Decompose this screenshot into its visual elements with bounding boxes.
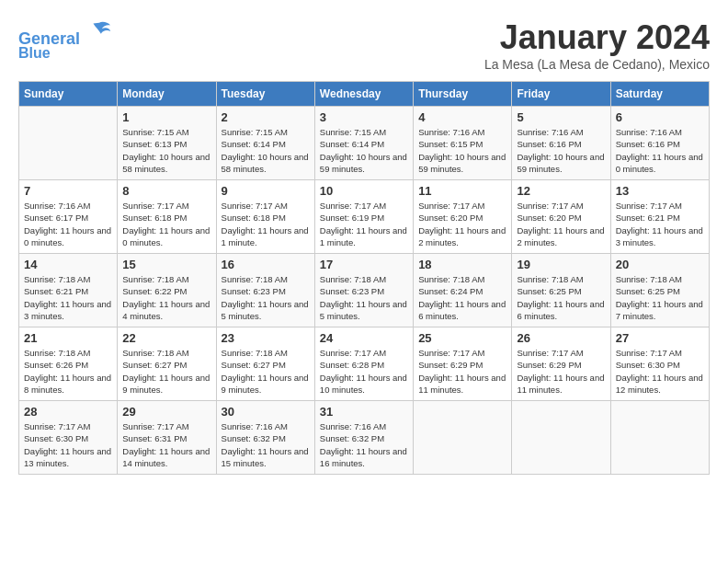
day-info: Sunrise: 7:17 AMSunset: 6:28 PMDaylight:… bbox=[320, 347, 408, 396]
day-info: Sunrise: 7:15 AMSunset: 6:14 PMDaylight:… bbox=[222, 126, 310, 175]
day-info: Sunrise: 7:17 AMSunset: 6:30 PMDaylight:… bbox=[616, 347, 704, 396]
calendar-cell: 1Sunrise: 7:15 AMSunset: 6:13 PMDaylight… bbox=[118, 107, 216, 180]
calendar-cell: 26Sunrise: 7:17 AMSunset: 6:29 PMDayligh… bbox=[512, 327, 610, 401]
day-of-week-header: Thursday bbox=[414, 82, 512, 107]
calendar-cell: 7Sunrise: 7:16 AMSunset: 6:17 PMDaylight… bbox=[19, 180, 118, 254]
day-number: 3 bbox=[320, 110, 408, 124]
calendar-cell: 29Sunrise: 7:17 AMSunset: 6:31 PMDayligh… bbox=[118, 401, 216, 475]
calendar-cell: 23Sunrise: 7:18 AMSunset: 6:27 PMDayligh… bbox=[216, 327, 314, 401]
day-number: 22 bbox=[122, 331, 210, 345]
day-info: Sunrise: 7:18 AMSunset: 6:26 PMDaylight:… bbox=[24, 347, 112, 396]
calendar-header-row: SundayMondayTuesdayWednesdayThursdayFrid… bbox=[19, 82, 710, 107]
calendar-cell bbox=[512, 401, 610, 475]
calendar-cell: 21Sunrise: 7:18 AMSunset: 6:26 PMDayligh… bbox=[19, 327, 118, 401]
page-header: General Blue January 2024 La Mesa (La Me… bbox=[18, 18, 710, 72]
day-number: 30 bbox=[222, 405, 310, 419]
day-of-week-header: Sunday bbox=[19, 82, 118, 107]
day-number: 28 bbox=[24, 405, 112, 419]
calendar-cell: 24Sunrise: 7:17 AMSunset: 6:28 PMDayligh… bbox=[314, 327, 413, 401]
day-number: 10 bbox=[320, 184, 408, 198]
calendar-cell: 10Sunrise: 7:17 AMSunset: 6:19 PMDayligh… bbox=[314, 180, 413, 254]
calendar-cell: 17Sunrise: 7:18 AMSunset: 6:23 PMDayligh… bbox=[314, 254, 413, 327]
day-number: 5 bbox=[517, 110, 605, 124]
day-info: Sunrise: 7:17 AMSunset: 6:18 PMDaylight:… bbox=[222, 200, 310, 248]
day-info: Sunrise: 7:16 AMSunset: 6:16 PMDaylight:… bbox=[517, 126, 605, 175]
calendar-cell: 16Sunrise: 7:18 AMSunset: 6:23 PMDayligh… bbox=[216, 254, 314, 327]
day-of-week-header: Monday bbox=[118, 82, 216, 107]
day-of-week-header: Friday bbox=[512, 82, 610, 107]
day-number: 15 bbox=[122, 258, 210, 271]
day-info: Sunrise: 7:17 AMSunset: 6:21 PMDaylight:… bbox=[616, 200, 704, 248]
day-info: Sunrise: 7:17 AMSunset: 6:19 PMDaylight:… bbox=[320, 200, 408, 248]
location-subtitle: La Mesa (La Mesa de Cedano), Mexico bbox=[484, 57, 710, 72]
calendar-cell: 3Sunrise: 7:15 AMSunset: 6:14 PMDaylight… bbox=[314, 107, 413, 180]
calendar-cell: 19Sunrise: 7:18 AMSunset: 6:25 PMDayligh… bbox=[512, 254, 610, 327]
day-info: Sunrise: 7:17 AMSunset: 6:31 PMDaylight:… bbox=[122, 420, 210, 469]
day-number: 25 bbox=[418, 331, 506, 345]
day-info: Sunrise: 7:18 AMSunset: 6:23 PMDaylight:… bbox=[320, 273, 408, 322]
calendar-week-row: 21Sunrise: 7:18 AMSunset: 6:26 PMDayligh… bbox=[19, 327, 710, 401]
day-info: Sunrise: 7:18 AMSunset: 6:27 PMDaylight:… bbox=[222, 347, 310, 396]
day-info: Sunrise: 7:18 AMSunset: 6:22 PMDaylight:… bbox=[122, 273, 210, 322]
calendar-cell: 12Sunrise: 7:17 AMSunset: 6:20 PMDayligh… bbox=[512, 180, 610, 254]
day-number: 13 bbox=[616, 184, 704, 198]
calendar-cell: 27Sunrise: 7:17 AMSunset: 6:30 PMDayligh… bbox=[610, 327, 709, 401]
calendar-cell bbox=[19, 107, 118, 180]
day-number: 1 bbox=[122, 110, 210, 124]
day-info: Sunrise: 7:16 AMSunset: 6:16 PMDaylight:… bbox=[616, 126, 704, 175]
day-info: Sunrise: 7:16 AMSunset: 6:32 PMDaylight:… bbox=[320, 420, 408, 469]
day-of-week-header: Saturday bbox=[610, 82, 709, 107]
calendar-cell: 11Sunrise: 7:17 AMSunset: 6:20 PMDayligh… bbox=[414, 180, 512, 254]
calendar-week-row: 14Sunrise: 7:18 AMSunset: 6:21 PMDayligh… bbox=[19, 254, 710, 327]
calendar-cell: 2Sunrise: 7:15 AMSunset: 6:14 PMDaylight… bbox=[216, 107, 314, 180]
day-number: 18 bbox=[418, 258, 506, 271]
day-info: Sunrise: 7:18 AMSunset: 6:23 PMDaylight:… bbox=[222, 273, 310, 322]
day-of-week-header: Tuesday bbox=[216, 82, 314, 107]
day-info: Sunrise: 7:16 AMSunset: 6:32 PMDaylight:… bbox=[222, 420, 310, 469]
day-number: 9 bbox=[222, 184, 310, 198]
day-number: 16 bbox=[222, 258, 310, 271]
calendar-cell: 15Sunrise: 7:18 AMSunset: 6:22 PMDayligh… bbox=[118, 254, 216, 327]
day-info: Sunrise: 7:15 AMSunset: 6:13 PMDaylight:… bbox=[122, 126, 210, 175]
day-number: 7 bbox=[24, 184, 112, 198]
calendar-cell: 28Sunrise: 7:17 AMSunset: 6:30 PMDayligh… bbox=[19, 401, 118, 475]
logo: General Blue bbox=[18, 18, 112, 62]
calendar-cell: 18Sunrise: 7:18 AMSunset: 6:24 PMDayligh… bbox=[414, 254, 512, 327]
calendar-cell: 14Sunrise: 7:18 AMSunset: 6:21 PMDayligh… bbox=[19, 254, 118, 327]
day-number: 14 bbox=[24, 258, 112, 271]
calendar-table: SundayMondayTuesdayWednesdayThursdayFrid… bbox=[18, 81, 710, 475]
day-info: Sunrise: 7:16 AMSunset: 6:17 PMDaylight:… bbox=[24, 200, 112, 248]
calendar-cell: 31Sunrise: 7:16 AMSunset: 6:32 PMDayligh… bbox=[314, 401, 413, 475]
day-info: Sunrise: 7:17 AMSunset: 6:20 PMDaylight:… bbox=[418, 200, 506, 248]
calendar-week-row: 7Sunrise: 7:16 AMSunset: 6:17 PMDaylight… bbox=[19, 180, 710, 254]
day-of-week-header: Wednesday bbox=[314, 82, 413, 107]
day-number: 6 bbox=[616, 110, 704, 124]
title-block: January 2024 La Mesa (La Mesa de Cedano)… bbox=[484, 18, 710, 72]
calendar-cell: 25Sunrise: 7:17 AMSunset: 6:29 PMDayligh… bbox=[414, 327, 512, 401]
day-info: Sunrise: 7:16 AMSunset: 6:15 PMDaylight:… bbox=[418, 126, 506, 175]
day-number: 23 bbox=[222, 331, 310, 345]
day-number: 8 bbox=[122, 184, 210, 198]
calendar-cell: 30Sunrise: 7:16 AMSunset: 6:32 PMDayligh… bbox=[216, 401, 314, 475]
calendar-cell: 4Sunrise: 7:16 AMSunset: 6:15 PMDaylight… bbox=[414, 107, 512, 180]
day-number: 27 bbox=[616, 331, 704, 345]
calendar-cell: 5Sunrise: 7:16 AMSunset: 6:16 PMDaylight… bbox=[512, 107, 610, 180]
day-number: 2 bbox=[222, 110, 310, 124]
calendar-cell: 13Sunrise: 7:17 AMSunset: 6:21 PMDayligh… bbox=[610, 180, 709, 254]
calendar-week-row: 1Sunrise: 7:15 AMSunset: 6:13 PMDaylight… bbox=[19, 107, 710, 180]
calendar-cell bbox=[414, 401, 512, 475]
logo-bird-icon bbox=[86, 18, 112, 44]
calendar-cell bbox=[610, 401, 709, 475]
calendar-cell: 20Sunrise: 7:18 AMSunset: 6:25 PMDayligh… bbox=[610, 254, 709, 327]
day-number: 19 bbox=[517, 258, 605, 271]
day-info: Sunrise: 7:18 AMSunset: 6:24 PMDaylight:… bbox=[418, 273, 506, 322]
day-info: Sunrise: 7:17 AMSunset: 6:20 PMDaylight:… bbox=[517, 200, 605, 248]
calendar-cell: 6Sunrise: 7:16 AMSunset: 6:16 PMDaylight… bbox=[610, 107, 709, 180]
day-number: 4 bbox=[418, 110, 506, 124]
calendar-cell: 8Sunrise: 7:17 AMSunset: 6:18 PMDaylight… bbox=[118, 180, 216, 254]
day-number: 29 bbox=[122, 405, 210, 419]
day-info: Sunrise: 7:17 AMSunset: 6:18 PMDaylight:… bbox=[122, 200, 210, 248]
day-number: 24 bbox=[320, 331, 408, 345]
day-info: Sunrise: 7:17 AMSunset: 6:29 PMDaylight:… bbox=[517, 347, 605, 396]
month-title: January 2024 bbox=[484, 18, 710, 57]
